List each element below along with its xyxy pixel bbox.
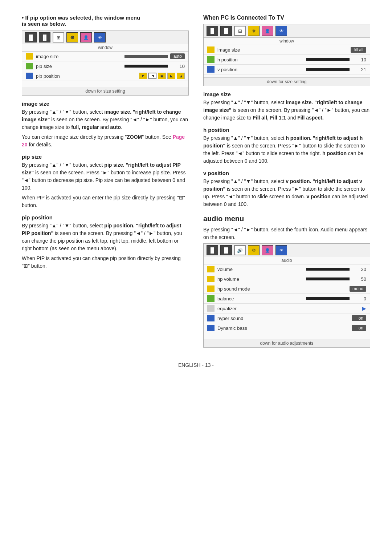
menu-icon-pip-pos bbox=[26, 73, 33, 79]
menu-row-image-size-r: image size fill all bbox=[204, 45, 370, 55]
menu-icon-r2: ▐▌ bbox=[220, 26, 232, 36]
menu-icon-6: 👁 bbox=[94, 32, 106, 42]
dynbass-label: Dynamic bass bbox=[217, 325, 352, 331]
audio-icon-eq bbox=[207, 305, 215, 312]
menu-icon-pip-size bbox=[26, 63, 33, 69]
window-menu-left: ▐▌ ▐▌ ⊞ ❋ 👤 👁 bbox=[22, 31, 189, 96]
equalizer-value: ▶ bbox=[352, 305, 366, 311]
menu-row-pip-size: pip size 10 bbox=[22, 61, 188, 71]
balance-bar bbox=[306, 297, 350, 300]
position-buttons: ◤ ◥ ▣ ◣ ◢ bbox=[139, 73, 185, 79]
hp-volume-bar bbox=[306, 278, 350, 280]
page: • If pip option was selected, the window… bbox=[0, 0, 392, 555]
menu-icons-left: ▐▌ ▐▌ ⊞ ❋ 👤 👁 bbox=[22, 31, 188, 44]
menu-icon-r4: ❋ bbox=[248, 26, 260, 36]
section-body-pip-size: By pressing "▲" / "▼" button, select pip… bbox=[22, 161, 189, 192]
pos-br: ◢ bbox=[177, 73, 185, 79]
hyper-sound-value: on bbox=[352, 315, 366, 321]
audio-icon-hpsound bbox=[207, 285, 215, 292]
image-size-label: image size bbox=[36, 54, 122, 59]
vpos-label: v position bbox=[217, 67, 304, 72]
hyper-sound-label: hyper sound bbox=[217, 316, 352, 321]
section-head-image-size-right: image size bbox=[203, 91, 370, 97]
audio-menu-title: audio menu bbox=[203, 215, 370, 223]
audio-section: audio menu By pressing "◄" / "►" button,… bbox=[203, 215, 370, 348]
menu-label-left: window bbox=[22, 44, 188, 52]
section-body-pip-position: By pressing "▲" / "▼" button, select pip… bbox=[22, 222, 189, 252]
pip-size-label: pip size bbox=[36, 64, 122, 69]
hp-volume-value: 50 bbox=[352, 276, 366, 282]
hp-sound-value: mono bbox=[350, 286, 366, 292]
audio-menu-box: ▐▌ ▐▌ 🔊 ⚙ 👤 bbox=[203, 243, 370, 348]
audio-icon-6: 👁 bbox=[275, 245, 287, 255]
menu-icon-4: ❋ bbox=[66, 32, 78, 42]
menu-icons-right: ▐▌ ▐▌ ⊞ ❋ 👤 👁 bbox=[204, 24, 370, 38]
audio-icon-bal bbox=[207, 295, 215, 302]
section-body-hpos: By pressing "▲" / "▼" button, select h p… bbox=[203, 134, 370, 165]
audio-icon-3: 🔊 bbox=[234, 245, 246, 255]
section-body-image-size-right: By pressing "▲" / "▼" button, select ima… bbox=[203, 99, 370, 122]
pos-tr: ◥ bbox=[148, 73, 156, 79]
audio-row-volume: volume 20 bbox=[204, 264, 370, 274]
page-link: Page 20 bbox=[22, 134, 185, 147]
menu-icon-3: ⊞ bbox=[53, 32, 64, 42]
right-column: When PC Is Connected To TV ▐▌ ▐▌ ⊞ ❋ bbox=[203, 15, 370, 351]
audio-icon-4: ⚙ bbox=[248, 245, 260, 255]
pc-title: When PC Is Connected To TV bbox=[203, 15, 370, 21]
audio-row-equalizer: equalizer ▶ bbox=[204, 304, 370, 313]
audio-row-balance: balance 0 bbox=[204, 294, 370, 304]
image-size-value: auto bbox=[170, 53, 185, 59]
volume-bar bbox=[306, 268, 350, 271]
hp-volume-label: hp volume bbox=[217, 276, 304, 282]
left-column: • If pip option was selected, the window… bbox=[22, 15, 189, 351]
audio-icon-2: ▐▌ bbox=[220, 245, 232, 255]
section-body-zoom: You can enter image size directly by pre… bbox=[22, 133, 189, 149]
section-head-pip-position: pip position bbox=[22, 214, 189, 220]
menu-footer-right: down for size setting bbox=[204, 77, 370, 86]
intro-line1: • If pip option was selected, the window… bbox=[22, 15, 189, 21]
menu-row-pip-position: pip position ◤ ◥ ▣ ◣ ◢ bbox=[22, 71, 188, 81]
balance-label: balance bbox=[217, 296, 304, 301]
image-size-label-r: image size bbox=[217, 47, 351, 53]
vpos-value: 21 bbox=[352, 67, 366, 72]
pip-position-label: pip position bbox=[36, 73, 139, 79]
menu-icon-r3: ⊞ bbox=[234, 26, 246, 36]
menu-row-image-size: image size auto bbox=[22, 52, 188, 61]
hpos-label: h position bbox=[217, 57, 304, 62]
menu-icon-r5: 👤 bbox=[262, 26, 273, 36]
vpos-bar bbox=[306, 68, 350, 71]
dynbass-value: on bbox=[352, 325, 366, 331]
section-head-hpos: h position bbox=[203, 127, 370, 133]
volume-value: 20 bbox=[352, 267, 366, 272]
menu-icon-1: ▐▌ bbox=[25, 32, 37, 42]
audio-row-hp-sound: hp sound mode mono bbox=[204, 284, 370, 294]
audio-intro: By pressing "◄" / "►" button, select the… bbox=[203, 226, 370, 241]
audio-menu-label: audio bbox=[204, 257, 370, 264]
audio-menu-icons: ▐▌ ▐▌ 🔊 ⚙ 👤 bbox=[204, 244, 370, 257]
menu-icon-img bbox=[26, 53, 33, 60]
window-menu-right: ▐▌ ▐▌ ⊞ ❋ 👤 👁 bbox=[203, 24, 370, 86]
pos-tl: ◤ bbox=[139, 73, 147, 79]
audio-icon-hpvol bbox=[207, 276, 215, 282]
hpos-value: 10 bbox=[352, 57, 366, 62]
audio-menu-footer: down for audio adjustments bbox=[204, 339, 370, 347]
audio-icon-vol bbox=[207, 266, 215, 272]
menu-row-vpos: v position 21 bbox=[204, 65, 370, 74]
menu-icon-2: ▐▌ bbox=[39, 32, 50, 42]
menu-row-hpos: h position 10 bbox=[204, 55, 370, 65]
section-body-pip-position-note: When PIP is activated you can change pip… bbox=[22, 255, 189, 270]
page-footer: ENGLISH - 13 - bbox=[22, 359, 370, 368]
menu-icon-r6: 👁 bbox=[275, 26, 287, 36]
section-body-vpos: By pressing "▲" / "▼" button, select v p… bbox=[203, 178, 370, 208]
balance-value: 0 bbox=[352, 296, 366, 301]
audio-row-hyper: hyper sound on bbox=[204, 313, 370, 323]
menu-icon-r1: ▐▌ bbox=[207, 26, 218, 36]
audio-row-dynbass: Dynamic bass on bbox=[204, 323, 370, 333]
hp-sound-label: hp sound mode bbox=[217, 286, 350, 292]
pip-size-value: 10 bbox=[170, 64, 185, 69]
audio-row-hp-volume: hp volume 50 bbox=[204, 274, 370, 284]
image-size-bar bbox=[124, 55, 168, 58]
section-body-pip-size-note: When PIP is activated you can enter the … bbox=[22, 194, 189, 209]
menu-label-right: window bbox=[204, 38, 370, 45]
volume-label: volume bbox=[217, 267, 304, 272]
